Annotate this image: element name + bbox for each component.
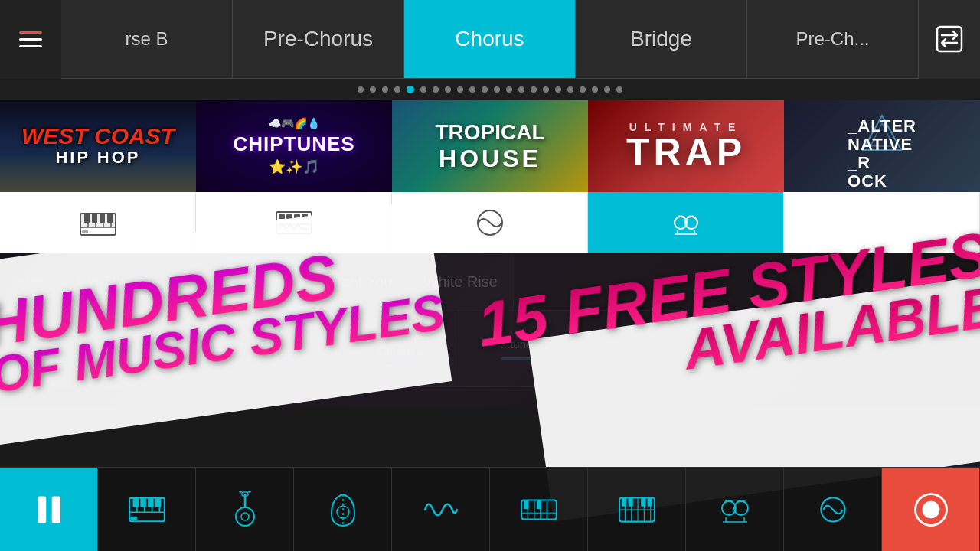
svg-rect-10 <box>92 214 97 223</box>
piano-icon <box>79 207 117 238</box>
tab-pre-chorus-2[interactable]: Pre-Ch... <box>747 0 919 78</box>
pause-button[interactable] <box>0 468 98 551</box>
instrument-wave[interactable] <box>392 192 588 253</box>
record-icon <box>912 491 950 529</box>
svg-rect-18 <box>302 214 308 219</box>
svg-rect-34 <box>51 496 60 523</box>
record-button[interactable] <box>882 468 980 551</box>
sound-area: nding Big Throat One kewedstaccato Want … <box>0 253 980 406</box>
dot-10[interactable] <box>469 86 475 93</box>
dot-11[interactable] <box>482 86 488 93</box>
svg-rect-15 <box>279 214 285 219</box>
svg-point-46 <box>236 507 254 526</box>
genre-tropical-title1: TROPICAL <box>435 120 544 145</box>
genre-chiptunes[interactable]: ☁️🎮🌈💧 CHIPTUNES ⭐✨🎵 <box>196 100 392 192</box>
dot-9[interactable] <box>457 86 463 93</box>
wave-tool-icon <box>422 491 460 529</box>
dot-20[interactable] <box>592 86 598 93</box>
tab-bridge[interactable]: Bridge <box>576 0 747 78</box>
dot-22[interactable] <box>616 86 622 93</box>
dot-16[interactable] <box>543 86 549 93</box>
svg-rect-9 <box>84 214 90 223</box>
keys-tool-button[interactable] <box>588 468 686 551</box>
svg-point-80 <box>922 500 939 518</box>
svg-rect-12 <box>107 214 113 223</box>
instrument-synth[interactable] <box>196 192 392 253</box>
instrument-piano[interactable] <box>0 192 196 253</box>
tab-verse-b[interactable]: rse B <box>61 0 233 78</box>
svg-point-53 <box>337 506 349 518</box>
instrument-row <box>0 192 980 253</box>
dot-5-active[interactable] <box>407 86 414 93</box>
genre-chip-title: CHIPTUNES <box>233 132 354 156</box>
svg-rect-67 <box>647 497 652 506</box>
nav-tabs: rse B Pre-Chorus Chorus Bridge Pre-Ch... <box>61 0 919 78</box>
dot-1[interactable] <box>358 86 364 93</box>
swap-icon <box>934 24 965 54</box>
bass-icon <box>324 491 362 529</box>
instrument-vocal[interactable] <box>588 192 784 253</box>
dot-13[interactable] <box>506 86 512 93</box>
svg-rect-60 <box>524 500 528 508</box>
pause-icon <box>30 491 68 529</box>
svg-rect-66 <box>641 497 645 506</box>
dot-17[interactable] <box>555 86 561 93</box>
modular-tool-button[interactable] <box>784 468 882 551</box>
bass-tool-button[interactable] <box>294 468 392 551</box>
svg-rect-17 <box>294 214 300 219</box>
genre-alternative-rock[interactable]: _ALTERNATIVE_ROCK <box>784 100 980 192</box>
genre-row: WEST COAST HIP HOP ☁️🎮🌈💧 CHIPTUNES ⭐✨🎵 T… <box>0 100 980 192</box>
svg-line-23 <box>290 224 294 229</box>
svg-rect-42 <box>140 497 146 507</box>
dot-8[interactable] <box>445 86 451 93</box>
hamburger-button[interactable] <box>0 0 61 79</box>
svg-rect-41 <box>132 497 139 507</box>
dot-14[interactable] <box>518 86 524 93</box>
genre-tropical-title2: HOUSE <box>435 145 544 173</box>
svg-point-51 <box>248 491 251 493</box>
svg-point-50 <box>239 491 242 493</box>
svg-rect-43 <box>148 497 154 507</box>
svg-rect-44 <box>155 497 161 507</box>
svg-line-21 <box>283 224 286 229</box>
top-nav: rse B Pre-Chorus Chorus Bridge Pre-Ch... <box>0 0 980 79</box>
modular-icon <box>814 491 852 529</box>
piano-tool-button[interactable] <box>98 468 196 551</box>
genre-ultimate-trap[interactable]: ULTIMATE TRAP <box>588 100 784 192</box>
vocal-tool-button[interactable] <box>686 468 784 551</box>
svg-rect-64 <box>622 497 626 506</box>
hamburger-line-2 <box>19 38 42 41</box>
dot-4[interactable] <box>394 86 400 93</box>
vocal-icon-active <box>667 207 705 238</box>
dot-12[interactable] <box>494 86 500 93</box>
piano-tool-icon <box>128 491 166 529</box>
synth-tool-icon <box>520 491 558 529</box>
genre-trap-title: TRAP <box>626 133 746 171</box>
wave-tool-button[interactable] <box>392 468 490 551</box>
dot-6[interactable] <box>420 86 426 93</box>
svg-rect-11 <box>100 214 105 223</box>
dot-3[interactable] <box>382 86 388 93</box>
guitar-icon <box>226 491 264 529</box>
svg-rect-61 <box>536 500 541 508</box>
dot-21[interactable] <box>604 86 610 93</box>
genre-west-coast[interactable]: WEST COAST HIP HOP <box>0 100 196 192</box>
instrument-5[interactable] <box>784 192 980 253</box>
tab-pre-chorus[interactable]: Pre-Chorus <box>233 0 404 78</box>
tab-chorus[interactable]: Chorus <box>404 0 576 78</box>
dot-15[interactable] <box>531 86 537 93</box>
svg-rect-16 <box>286 214 292 219</box>
dot-19[interactable] <box>580 86 586 93</box>
svg-point-47 <box>241 513 249 520</box>
page-dots <box>0 79 980 100</box>
genre-tropical-house[interactable]: TROPICAL HOUSE <box>392 100 588 192</box>
dot-7[interactable] <box>433 86 439 93</box>
guitar-tool-button[interactable] <box>196 468 294 551</box>
swap-icon-button[interactable] <box>919 0 980 79</box>
dot-18[interactable] <box>567 86 573 93</box>
svg-rect-0 <box>937 27 962 51</box>
svg-rect-45 <box>130 516 137 519</box>
hamburger-line-1 <box>19 31 42 34</box>
dot-2[interactable] <box>370 86 376 93</box>
synth-tool-button[interactable] <box>490 468 588 551</box>
